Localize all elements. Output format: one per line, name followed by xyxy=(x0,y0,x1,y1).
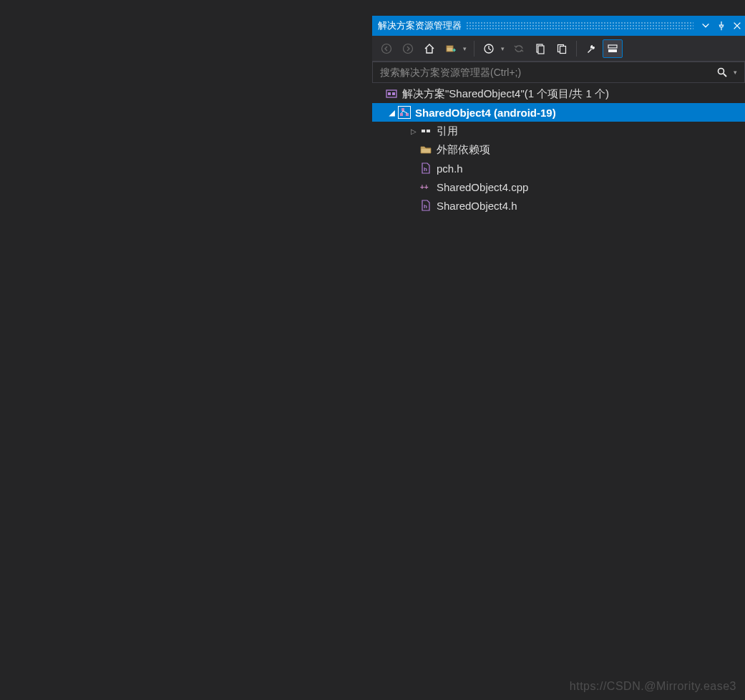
pending-changes-filter-button[interactable] xyxy=(479,39,499,58)
tree-label: 引用 xyxy=(437,125,458,138)
tree-label: SharedObject4.h xyxy=(437,200,517,212)
panel-title: 解决方案资源管理器 xyxy=(378,19,462,32)
refresh-button[interactable] xyxy=(530,39,550,58)
pending-changes-dropdown[interactable]: ▾ xyxy=(499,45,506,52)
switch-views-dropdown[interactable]: ▾ xyxy=(461,45,468,52)
solution-icon xyxy=(385,87,398,100)
preview-selected-items-button[interactable] xyxy=(603,39,623,58)
folder-icon xyxy=(419,143,432,156)
svg-rect-14 xyxy=(401,108,404,111)
svg-point-0 xyxy=(382,44,391,53)
search-submit-button[interactable] xyxy=(713,67,731,78)
back-button xyxy=(376,39,396,58)
expander-open-icon[interactable]: ◢ xyxy=(386,107,398,118)
tree-solution-node[interactable]: 解决方案"SharedObject4"(1 个项目/共 1 个) xyxy=(372,84,745,103)
properties-button[interactable] xyxy=(581,39,601,58)
tree-label: 解决方案"SharedObject4"(1 个项目/共 1 个) xyxy=(402,87,609,101)
svg-rect-18 xyxy=(427,130,430,132)
tree-project-node[interactable]: ◢ SharedObject4 (android-19) xyxy=(372,103,745,122)
tree-label: 外部依赖项 xyxy=(437,143,490,157)
tree-external-deps-node[interactable]: 外部依赖项 xyxy=(372,140,745,159)
svg-rect-13 xyxy=(392,92,395,95)
svg-rect-16 xyxy=(406,113,409,116)
svg-text:h: h xyxy=(424,166,427,172)
tree-references-node[interactable]: ▷ 引用 xyxy=(372,122,745,140)
switch-views-button[interactable] xyxy=(441,39,461,58)
search-input[interactable] xyxy=(380,67,713,78)
svg-rect-15 xyxy=(400,113,403,116)
project-icon xyxy=(398,106,411,119)
tree-label: SharedObject4.cpp xyxy=(437,181,528,193)
svg-point-1 xyxy=(404,44,413,53)
svg-point-10 xyxy=(719,69,724,74)
svg-rect-5 xyxy=(538,46,544,54)
svg-rect-8 xyxy=(608,49,617,52)
cpp-file-icon: ++ xyxy=(419,180,432,193)
solution-explorer-panel: 解决方案资源管理器 ▾ ▾ xyxy=(372,16,745,700)
collapse-all-button[interactable] xyxy=(552,39,572,58)
expander-closed-icon[interactable]: ▷ xyxy=(408,125,419,137)
home-button[interactable] xyxy=(419,39,439,58)
svg-text:h: h xyxy=(424,203,427,210)
svg-rect-12 xyxy=(388,92,391,95)
panel-titlebar: 解决方案资源管理器 xyxy=(372,16,745,36)
tree-file-cpp[interactable]: ++ SharedObject4.cpp xyxy=(372,178,745,196)
svg-text:++: ++ xyxy=(420,183,429,191)
tree-file-h[interactable]: h SharedObject4.h xyxy=(372,196,745,215)
forward-button xyxy=(398,39,418,58)
solution-tree[interactable]: 解决方案"SharedObject4"(1 个项目/共 1 个) ◢ Share… xyxy=(372,83,745,700)
search-dropdown[interactable]: ▾ xyxy=(730,69,740,76)
tree-label: SharedObject4 (android-19) xyxy=(415,107,556,119)
window-position-dropdown[interactable] xyxy=(698,16,714,36)
sync-active-document-button xyxy=(509,39,529,58)
toolbar: ▾ ▾ xyxy=(372,36,745,62)
toolbar-separator xyxy=(576,41,577,57)
pin-icon[interactable] xyxy=(714,16,729,36)
titlebar-grip[interactable] xyxy=(466,21,693,30)
header-file-icon: h xyxy=(419,199,432,212)
tree-file-pch[interactable]: h pch.h xyxy=(372,159,745,178)
search-bar: ▾ xyxy=(372,62,745,83)
header-file-icon: h xyxy=(419,162,432,175)
svg-rect-9 xyxy=(608,45,617,48)
editor-area xyxy=(0,0,372,700)
svg-rect-17 xyxy=(422,130,425,132)
references-icon xyxy=(419,125,432,137)
svg-rect-7 xyxy=(560,46,566,53)
tree-label: pch.h xyxy=(437,162,463,175)
svg-rect-2 xyxy=(447,46,453,52)
toolbar-separator xyxy=(474,41,474,57)
close-icon[interactable] xyxy=(729,16,745,36)
